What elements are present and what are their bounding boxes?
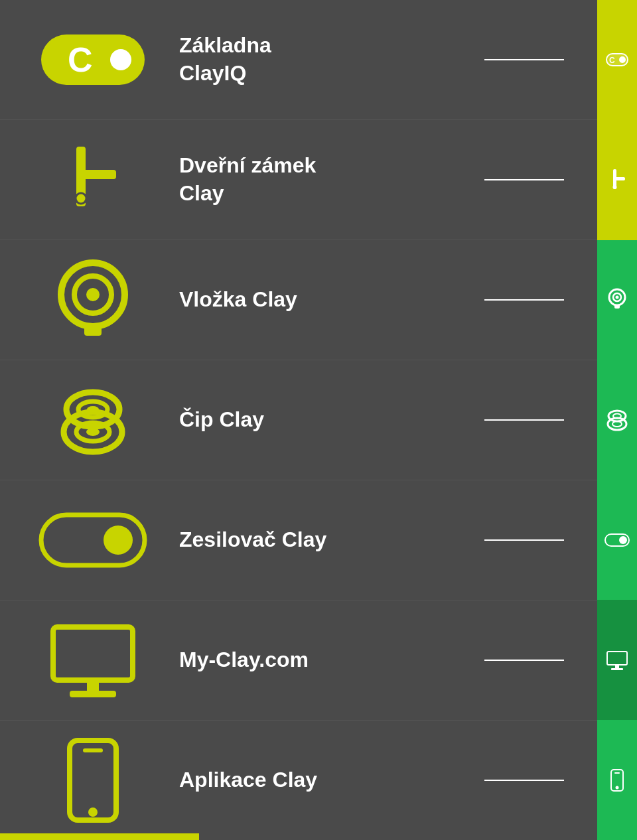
svg-rect-8: [84, 324, 102, 336]
line-website: [478, 660, 571, 661]
row-website[interactable]: My-Clay.com: [0, 600, 597, 721]
svg-point-2: [110, 49, 131, 70]
sidebar-item-amplifier[interactable]: [597, 480, 637, 600]
label-text-website: My-Clay.com: [179, 648, 309, 671]
sidebar-item-app[interactable]: [597, 720, 637, 840]
svg-point-5: [76, 193, 86, 204]
svg-rect-43: [611, 668, 623, 670]
row-amplifier[interactable]: Zesilovač Clay: [0, 480, 597, 600]
svg-point-37: [608, 411, 626, 421]
icon-area-clayiq: C: [27, 33, 159, 86]
svg-rect-18: [53, 627, 133, 680]
label-text-vlozka: Vložka Clay: [179, 287, 297, 311]
svg-rect-29: [613, 177, 625, 180]
sidebar-item-chip[interactable]: [597, 360, 637, 480]
svg-point-23: [88, 807, 98, 817]
label-door-lock: Dveřní zámekClay: [159, 152, 478, 207]
icon-area-amplifier: [27, 514, 159, 567]
divider-door-lock: [484, 179, 564, 180]
label-chip: Čip Clay: [159, 406, 478, 434]
svg-point-27: [619, 56, 626, 63]
divider-chip: [484, 419, 564, 421]
divider-clayiq: [484, 59, 564, 60]
line-vlozka: [478, 299, 571, 301]
divider-amplifier: [484, 539, 564, 541]
row-app[interactable]: Aplikace Clay: [0, 721, 597, 840]
sidebar-item-clayiq[interactable]: C: [597, 0, 637, 120]
label-text-amplifier: Zesilovač Clay: [179, 527, 326, 551]
monitor-icon: [50, 620, 136, 700]
label-text-clayiq: ZákladnaClayIQ: [179, 33, 271, 85]
divider-vlozka: [484, 299, 564, 301]
row-clayiq[interactable]: C ZákladnaClayIQ: [0, 0, 597, 120]
icon-area-app: [27, 737, 159, 823]
svg-point-30: [613, 185, 617, 189]
svg-point-17: [104, 525, 133, 555]
svg-point-33: [616, 296, 619, 299]
label-amplifier: Zesilovač Clay: [159, 526, 478, 554]
svg-rect-4: [76, 170, 116, 179]
door-lock-icon: [50, 140, 136, 220]
row-vlozka[interactable]: Vložka Clay: [0, 240, 597, 360]
svg-point-15: [87, 406, 99, 413]
sidebar-item-door-lock[interactable]: [597, 120, 637, 240]
row-chip[interactable]: Čip Clay: [0, 360, 597, 480]
svg-rect-34: [614, 305, 620, 309]
svg-rect-42: [615, 665, 619, 668]
label-text-chip: Čip Clay: [179, 407, 264, 431]
icon-area-door-lock: [27, 140, 159, 220]
svg-rect-20: [70, 691, 116, 697]
amplifier-icon: [40, 514, 146, 567]
sidebar: C: [597, 0, 637, 840]
svg-text:C: C: [68, 40, 93, 79]
svg-text:C: C: [609, 56, 615, 65]
label-website: My-Clay.com: [159, 646, 478, 674]
icon-area-chip: [27, 380, 159, 460]
svg-point-40: [619, 536, 627, 544]
line-door-lock: [478, 179, 571, 180]
main-content: C ZákladnaClayIQ: [0, 0, 597, 840]
svg-rect-22: [83, 748, 103, 752]
line-app: [478, 780, 571, 781]
divider-website: [484, 660, 564, 661]
svg-rect-19: [87, 680, 99, 692]
label-text-app: Aplikace Clay: [179, 768, 317, 792]
label-app: Aplikace Clay: [159, 766, 478, 794]
svg-rect-45: [614, 772, 620, 774]
clayiq-icon: C: [40, 33, 146, 86]
label-clayiq: ZákladnaClayIQ: [159, 32, 478, 87]
line-amplifier: [478, 539, 571, 541]
icon-area-vlozka: [27, 260, 159, 340]
svg-rect-41: [607, 652, 627, 665]
line-chip: [478, 419, 571, 421]
label-text-door-lock: Dveřní zámekClay: [179, 153, 316, 205]
sidebar-item-vlozka[interactable]: [597, 240, 637, 360]
divider-app: [484, 780, 564, 781]
vlozka-icon: [56, 260, 129, 340]
line-clayiq: [478, 59, 571, 60]
svg-point-9: [86, 288, 100, 301]
bottom-bar: [0, 833, 199, 840]
phone-icon: [63, 737, 123, 823]
sidebar-item-website[interactable]: [597, 600, 637, 720]
row-door-lock[interactable]: Dveřní zámekClay: [0, 120, 597, 240]
svg-point-46: [616, 786, 619, 789]
label-vlozka: Vložka Clay: [159, 286, 478, 314]
chip-icon: [56, 380, 129, 460]
icon-area-website: [27, 620, 159, 700]
